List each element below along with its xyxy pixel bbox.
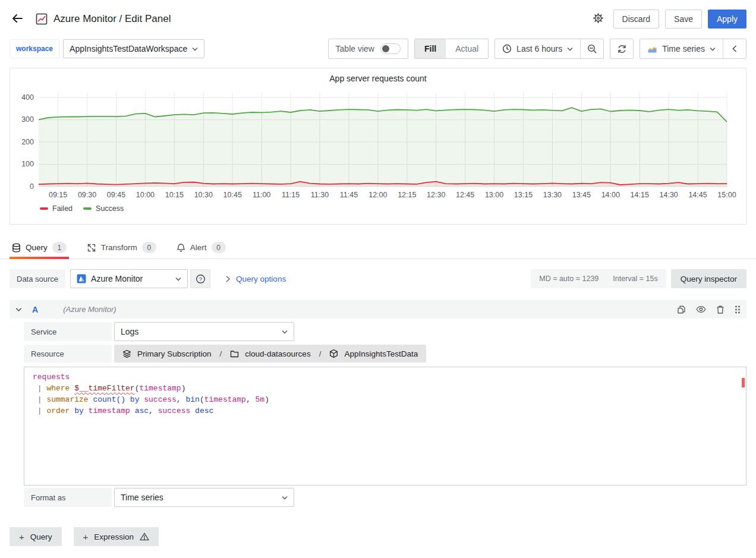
- chevron-down-icon[interactable]: [15, 307, 22, 312]
- service-select[interactable]: Logs: [114, 322, 294, 341]
- svg-text:09:30: 09:30: [78, 191, 96, 199]
- format-as-select[interactable]: Time series: [114, 488, 294, 507]
- tab-transform[interactable]: Transform 0: [84, 238, 159, 258]
- chevron-down-icon: [710, 47, 716, 51]
- query-inspector-button[interactable]: Query inspector: [671, 269, 746, 288]
- query-footer: + Query + Expression: [0, 527, 756, 546]
- resource-picker-button[interactable]: Primary Subscription / cloud-datasources…: [114, 345, 426, 362]
- svg-text:09:45: 09:45: [107, 191, 125, 199]
- svg-text:14:30: 14:30: [660, 191, 678, 199]
- svg-text:10:30: 10:30: [194, 191, 213, 199]
- success-series-swatch: [83, 207, 92, 210]
- bell-icon: [177, 243, 185, 253]
- chevron-down-icon: [282, 330, 288, 334]
- svg-text:11:00: 11:00: [253, 191, 270, 199]
- visualization-value: Time series: [662, 44, 705, 53]
- svg-text:300: 300: [21, 115, 34, 124]
- apply-button[interactable]: Apply: [708, 10, 746, 29]
- settings-button[interactable]: [589, 9, 607, 29]
- hide-response-eye-icon[interactable]: [696, 305, 706, 313]
- svg-text:09:15: 09:15: [49, 191, 67, 199]
- datasource-bar: Data source Azure Monitor ? Query option…: [0, 259, 756, 288]
- svg-text:12:30: 12:30: [427, 191, 445, 199]
- transform-count-badge: 0: [142, 242, 156, 253]
- svg-text:12:00: 12:00: [368, 191, 387, 199]
- discard-button[interactable]: Discard: [613, 10, 659, 29]
- refresh-button[interactable]: [610, 39, 633, 58]
- zoom-out-time-button[interactable]: [581, 39, 603, 58]
- datasource-help-button[interactable]: ?: [190, 269, 210, 288]
- resource-subscription: Primary Subscription: [137, 349, 212, 358]
- query-options-summary: MD = auto = 1239 Interval = 15s: [531, 269, 666, 288]
- svg-text:0: 0: [30, 182, 34, 191]
- chart-title: App server requests count: [10, 68, 746, 88]
- svg-text:200: 200: [21, 138, 34, 146]
- code-line: | where $__timeFilter(timestamp): [33, 383, 738, 394]
- folder-icon: [230, 350, 239, 358]
- svg-text:12:15: 12:15: [398, 191, 416, 199]
- delete-query-trash-icon[interactable]: [716, 305, 724, 314]
- svg-text:13:30: 13:30: [543, 191, 562, 199]
- table-view-toggle[interactable]: [380, 43, 401, 54]
- path-separator: /: [218, 349, 225, 358]
- svg-text:15:00: 15:00: [717, 191, 736, 199]
- page-title: Azure Monitor / Edit Panel: [53, 13, 171, 25]
- chevron-down-icon: [192, 47, 198, 51]
- query-datasource-hint: (Azure Monitor): [63, 305, 116, 314]
- legend-item-success[interactable]: Success: [83, 204, 124, 213]
- resource-label: Resource: [24, 345, 112, 362]
- resource-group: cloud-datasources: [245, 349, 310, 358]
- query-editor-section: A (Azure Monitor): [10, 300, 746, 507]
- tab-query[interactable]: Query 1: [10, 238, 69, 258]
- service-label: Service: [24, 322, 112, 341]
- fill-option[interactable]: Fill: [415, 39, 446, 58]
- drag-handle-icon[interactable]: [735, 305, 741, 314]
- query-ref-id: A: [32, 305, 38, 314]
- chevron-down-icon: [282, 496, 288, 500]
- query-count-badge: 1: [52, 242, 67, 253]
- code-line: requests: [33, 371, 738, 383]
- resource-name: AppInsightsTestData: [344, 349, 418, 358]
- add-query-button[interactable]: + Query: [10, 527, 62, 546]
- clock-icon: [502, 44, 512, 53]
- timeseries-chart[interactable]: 09:1509:3009:4510:0010:1510:3010:4511:00…: [10, 88, 746, 202]
- interval-info: Interval = 15s: [613, 275, 657, 283]
- format-as-row: Format as Time series: [24, 488, 746, 507]
- tab-label: Query: [26, 243, 48, 252]
- query-options-toggle[interactable]: Query options: [226, 275, 286, 283]
- svg-text:13:00: 13:00: [485, 191, 503, 199]
- editor-tabs: Query 1 Transform 0 Alert 0: [0, 238, 756, 259]
- workspace-variable-label: workspace: [10, 39, 59, 58]
- svg-text:14:45: 14:45: [688, 191, 707, 199]
- warning-triangle-icon: [140, 532, 149, 541]
- path-separator: /: [317, 349, 324, 358]
- save-button[interactable]: Save: [665, 10, 702, 29]
- chart-panel: App server requests count 09:1509:3009:4…: [10, 68, 746, 225]
- legend-label: Success: [96, 204, 124, 213]
- back-button[interactable]: [10, 11, 25, 28]
- service-value: Logs: [121, 327, 138, 336]
- visualization-picker[interactable]: Time series: [640, 39, 723, 58]
- duplicate-query-icon[interactable]: [677, 305, 686, 314]
- chevron-right-icon: [226, 276, 230, 282]
- legend-item-failed[interactable]: Failed: [40, 204, 73, 213]
- add-expression-button[interactable]: + Expression: [74, 527, 159, 546]
- arrow-left-icon: [11, 12, 24, 25]
- tab-label: Alert: [190, 243, 207, 252]
- time-range-picker[interactable]: Last 6 hours: [495, 39, 580, 58]
- failed-series-swatch: [40, 207, 48, 210]
- code-line: | order by timestamp asc, success desc: [33, 405, 738, 417]
- collapse-options-pane-button[interactable]: [723, 39, 746, 58]
- tab-alert[interactable]: Alert 0: [174, 238, 228, 258]
- query-row-header[interactable]: A (Azure Monitor): [10, 300, 746, 319]
- svg-text:12:45: 12:45: [456, 191, 474, 199]
- chevron-left-icon: [732, 45, 737, 52]
- datasource-select[interactable]: Azure Monitor: [70, 269, 188, 288]
- workspace-select[interactable]: AppInsightsTestDataWorkspace: [63, 39, 204, 58]
- resource-row: Resource Primary Subscription / cloud: [24, 345, 746, 362]
- kql-query-editor[interactable]: requests | where $__timeFilter(timestamp…: [24, 367, 746, 486]
- refresh-icon: [617, 44, 627, 54]
- layers-icon: [122, 349, 131, 358]
- transform-icon: [87, 243, 96, 253]
- actual-option[interactable]: Actual: [446, 39, 488, 58]
